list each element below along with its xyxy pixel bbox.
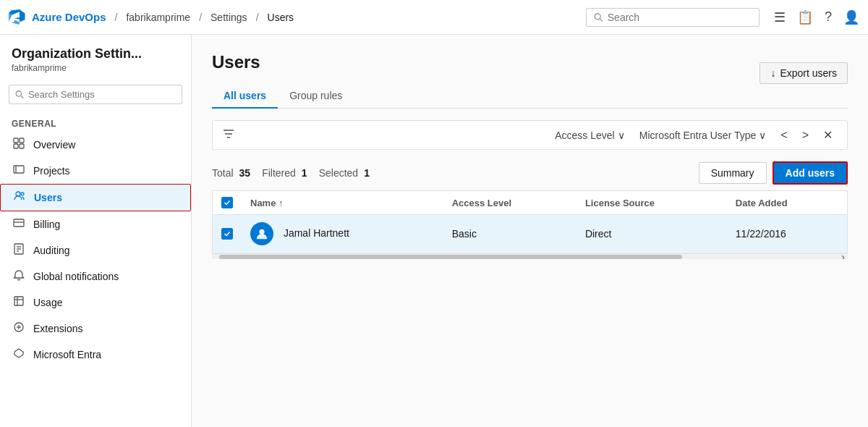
col-header-access-level: Access Level bbox=[443, 191, 576, 215]
add-users-button[interactable]: Add users bbox=[773, 161, 848, 185]
svg-rect-5 bbox=[20, 138, 24, 143]
overview-icon bbox=[12, 138, 26, 152]
sidebar-item-label-auditing: Auditing bbox=[33, 245, 70, 256]
stats-actions-row: Total 35 Filtered 1 Selected 1 Summary A… bbox=[212, 161, 848, 185]
table-header-row: Name ↑ Access Level License Source Date … bbox=[213, 191, 848, 215]
logo[interactable]: Azure DevOps bbox=[9, 9, 106, 26]
azure-devops-logo-icon bbox=[9, 9, 26, 26]
help-icon[interactable]: ? bbox=[825, 9, 832, 25]
sort-asc-icon: ↑ bbox=[278, 198, 284, 208]
svg-point-10 bbox=[16, 192, 20, 196]
filtered-value: 1 bbox=[302, 167, 307, 179]
date-added-cell: 11/22/2016 bbox=[727, 215, 848, 253]
sidebar-item-users[interactable]: Users bbox=[0, 184, 191, 211]
selected-value: 1 bbox=[364, 167, 370, 179]
sidebar-search-icon bbox=[15, 90, 24, 99]
body-wrap: Organization Settin... fabrikamprime Gen… bbox=[0, 35, 868, 427]
sidebar-item-projects[interactable]: Projects bbox=[0, 158, 191, 184]
select-all-checkbox[interactable] bbox=[221, 197, 233, 208]
sidebar-item-extensions[interactable]: Extensions bbox=[0, 316, 191, 342]
sidebar-item-label-usage: Usage bbox=[33, 297, 62, 308]
tab-header-row: Users ↓ Export users bbox=[212, 52, 848, 84]
org-title: Organization Settin... bbox=[12, 46, 179, 62]
sep1: / bbox=[115, 12, 118, 23]
crumb-org[interactable]: fabrikamprime bbox=[126, 12, 190, 23]
sidebar-item-label-extensions: Extensions bbox=[33, 323, 82, 334]
access-level-label: Access Level bbox=[555, 130, 614, 141]
sidebar-search-input[interactable] bbox=[28, 89, 176, 100]
users-table-wrap: Name ↑ Access Level License Source Date … bbox=[212, 190, 848, 259]
usage-icon bbox=[12, 295, 26, 310]
extensions-icon bbox=[12, 321, 26, 336]
export-users-label: Export users bbox=[780, 67, 837, 79]
user-name: Jamal Hartnett bbox=[284, 227, 349, 239]
scroll-right-icon[interactable]: › bbox=[841, 254, 845, 259]
entra-icon bbox=[12, 347, 26, 362]
list-icon[interactable]: ☰ bbox=[774, 9, 786, 25]
export-users-button[interactable]: ↓ Export users bbox=[760, 62, 848, 84]
total-value: 35 bbox=[239, 167, 251, 179]
filter-close-button[interactable]: ✕ bbox=[819, 127, 837, 143]
scrollbar-thumb[interactable] bbox=[219, 255, 682, 259]
stats-row: Total 35 Filtered 1 Selected 1 bbox=[212, 167, 378, 179]
crumb-settings[interactable]: Settings bbox=[210, 12, 247, 23]
total-label: Total bbox=[212, 167, 234, 179]
search-icon bbox=[594, 12, 603, 22]
svg-point-0 bbox=[595, 13, 600, 19]
table-buttons: Summary Add users bbox=[699, 161, 848, 185]
svg-point-2 bbox=[16, 91, 21, 96]
selected-label: Selected bbox=[319, 167, 358, 179]
projects-icon bbox=[12, 164, 26, 178]
row-checkbox-cell[interactable] bbox=[213, 215, 242, 253]
summary-button[interactable]: Summary bbox=[699, 162, 767, 184]
auditing-icon bbox=[12, 243, 26, 258]
entra-user-type-dropdown[interactable]: Microsoft Entra User Type ∨ bbox=[635, 128, 771, 143]
sidebar: Organization Settin... fabrikamprime Gen… bbox=[0, 35, 192, 427]
sidebar-item-global-notifications[interactable]: Global notifications bbox=[0, 263, 191, 289]
select-all-header[interactable] bbox=[213, 191, 242, 215]
tab-group-rules[interactable]: Group rules bbox=[278, 84, 354, 109]
topnav-icons: ☰ 📋 ? 👤 bbox=[774, 9, 859, 25]
users-icon bbox=[12, 190, 27, 205]
svg-rect-12 bbox=[14, 219, 24, 227]
notifications-icon bbox=[12, 269, 26, 284]
topnav: Azure DevOps / fabrikamprime / Settings … bbox=[0, 0, 868, 35]
access-level-dropdown[interactable]: Access Level ∨ bbox=[550, 128, 629, 143]
sidebar-item-label-overview: Overview bbox=[33, 139, 75, 151]
export-icon: ↓ bbox=[770, 67, 775, 79]
search-input[interactable] bbox=[608, 12, 752, 23]
row-checkbox[interactable] bbox=[221, 228, 233, 240]
filter-bar: Access Level ∨ Microsoft Entra User Type… bbox=[212, 120, 848, 150]
svg-rect-6 bbox=[14, 144, 18, 148]
sidebar-item-overview[interactable]: Overview bbox=[0, 132, 191, 158]
access-level-cell: Basic bbox=[443, 215, 576, 253]
horizontal-scrollbar[interactable]: › bbox=[212, 253, 848, 259]
main-content: Users ↓ Export users All users Group rul… bbox=[192, 35, 868, 427]
sidebar-item-usage[interactable]: Usage bbox=[0, 289, 191, 316]
org-sub: fabrikamprime bbox=[12, 63, 179, 73]
avatar bbox=[250, 222, 273, 245]
entra-chevron-icon: ∨ bbox=[759, 130, 766, 141]
svg-rect-7 bbox=[20, 144, 24, 148]
billing-icon bbox=[12, 217, 26, 232]
page-title: Users bbox=[212, 52, 260, 72]
sidebar-item-label-billing: Billing bbox=[33, 219, 60, 230]
table-row: Jamal Hartnett Basic Direct 11/22/2016 bbox=[213, 215, 848, 253]
sidebar-item-auditing[interactable]: Auditing bbox=[0, 237, 191, 263]
clipboard-icon[interactable]: 📋 bbox=[797, 9, 813, 25]
filter-prev-button[interactable]: < bbox=[776, 127, 791, 143]
filter-next-button[interactable]: > bbox=[798, 127, 813, 143]
svg-point-27 bbox=[259, 229, 264, 234]
sidebar-search[interactable] bbox=[9, 85, 182, 104]
sidebar-item-billing[interactable]: Billing bbox=[0, 211, 191, 237]
svg-line-3 bbox=[21, 96, 23, 98]
crumb-users: Users bbox=[268, 12, 294, 23]
user-name-cell: Jamal Hartnett bbox=[242, 215, 443, 253]
sidebar-item-microsoft-entra[interactable]: Microsoft Entra bbox=[0, 342, 191, 368]
access-level-chevron-icon: ∨ bbox=[618, 130, 625, 141]
tab-all-users[interactable]: All users bbox=[212, 84, 278, 109]
topnav-search[interactable] bbox=[586, 8, 760, 27]
col-header-name[interactable]: Name ↑ bbox=[242, 191, 443, 215]
filter-icon[interactable] bbox=[223, 129, 234, 142]
account-icon[interactable]: 👤 bbox=[843, 9, 859, 25]
